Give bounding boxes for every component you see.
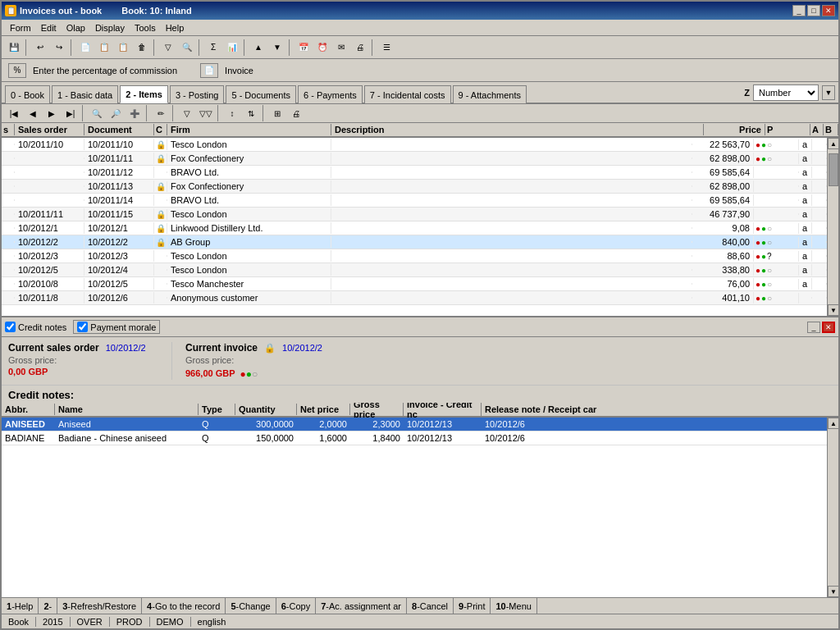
key-6[interactable]: 6-Copy — [276, 598, 316, 614]
tb-chart[interactable]: 📊 — [223, 39, 241, 57]
tab-6-payments[interactable]: 6 - Payments — [298, 85, 363, 103]
tb-clock[interactable]: ⏰ — [313, 39, 331, 57]
maximize-button[interactable]: □ — [807, 5, 820, 16]
tb-calendar[interactable]: 📅 — [294, 39, 313, 57]
close-button[interactable]: ✕ — [822, 5, 835, 16]
tab-2-items[interactable]: 2 - Items — [120, 85, 168, 103]
nav-edit[interactable]: ✏ — [152, 104, 170, 122]
table-row[interactable]: 10/2012/1 10/2012/1 🔒 Linkwood Distiller… — [2, 221, 827, 235]
nav-print[interactable]: 🖨 — [287, 104, 305, 122]
nav-last[interactable]: ▶| — [62, 104, 80, 122]
tab-9-attachments[interactable]: 9 - Attachments — [453, 85, 527, 103]
tb-print[interactable]: 🖨 — [351, 39, 369, 57]
check-tabs-left: Credit notes Payment morale — [5, 320, 160, 334]
key-10[interactable]: 10-Menu — [491, 598, 536, 614]
table-row[interactable]: 10/2011/12 BRAVO Ltd. 69 585,64 a — [2, 166, 827, 180]
key-1[interactable]: 1-Help — [2, 598, 39, 614]
nav-find2[interactable]: 🔎 — [107, 104, 125, 122]
key-5[interactable]: 5-Change — [226, 598, 276, 614]
minimize-button[interactable]: _ — [792, 5, 806, 16]
table-row[interactable]: 10/2010/8 10/2012/5 Tesco Manchester 76,… — [2, 277, 827, 291]
sales-order-value: 10/2012/2 — [106, 343, 146, 353]
tb-sum[interactable]: Σ — [204, 39, 222, 57]
nav-add[interactable]: ➕ — [126, 104, 144, 122]
tab-0-book[interactable]: 0 - Book — [5, 85, 50, 103]
main-window: 📋 Invoices out - book Book: 10: Inland _… — [0, 0, 840, 630]
nav-sort2[interactable]: ⇅ — [242, 104, 260, 122]
nav-filter2[interactable]: ▽▽ — [197, 104, 215, 122]
tb-filter[interactable]: ▽ — [159, 39, 177, 57]
panel-minimize-btn[interactable]: _ — [807, 322, 820, 333]
col-price: Price — [704, 124, 765, 135]
tb-new[interactable]: 📄 — [76, 39, 94, 57]
tb-delete[interactable]: 🗑 — [133, 39, 151, 57]
nav-prev[interactable]: ◀ — [24, 104, 42, 122]
key-2[interactable]: 2- — [39, 598, 57, 614]
key-9[interactable]: 9-Print — [454, 598, 491, 614]
book-title: Book: 10: Inland — [121, 6, 192, 16]
commission-button[interactable]: % — [8, 63, 26, 78]
credit-scroll-up[interactable]: ▲ — [828, 418, 838, 429]
tb-copy[interactable]: 📋 — [95, 39, 113, 57]
tb-down[interactable]: ▼ — [268, 39, 286, 57]
credit-notes-checkbox[interactable] — [5, 322, 16, 332]
table-row[interactable]: 10/2012/3 10/2012/3 Tesco London 88,60 ●… — [2, 249, 827, 263]
scroll-thumb[interactable] — [829, 153, 838, 186]
table-row[interactable]: 10/2011/13 🔒 Fox Confectionery 62 898,00… — [2, 180, 827, 194]
table-row[interactable]: 10/2012/2 10/2012/2 🔒 AB Group 840,00 ●●… — [2, 235, 827, 249]
menu-display[interactable]: Display — [90, 21, 130, 34]
tab-1-basic-data[interactable]: 1 - Basic data — [52, 85, 118, 103]
nav-first[interactable]: |◀ — [5, 104, 23, 122]
menu-edit[interactable]: Edit — [36, 21, 62, 34]
app-icon: 📋 — [5, 5, 16, 16]
key-7[interactable]: 7-Ac. assignment ar — [316, 598, 407, 614]
tb-mail[interactable]: ✉ — [332, 39, 350, 57]
invoice-button[interactable]: 📄 — [200, 63, 218, 78]
tb-undo[interactable]: ↩ — [31, 39, 49, 57]
nav-next[interactable]: ▶ — [43, 104, 61, 122]
table-row[interactable]: 10/2011/14 BRAVO Ltd. 69 585,64 a — [2, 194, 827, 208]
key-3[interactable]: 3-Refresh/Restore — [57, 598, 142, 614]
tb-up[interactable]: ▲ — [249, 39, 267, 57]
sort-controls: Z Number Date Firm ▼ — [744, 84, 835, 103]
nav-cols[interactable]: ⊞ — [268, 104, 286, 122]
table-row[interactable]: 10/2012/5 10/2012/4 Tesco London 338,80 … — [2, 263, 827, 277]
main-scrollbar[interactable]: ▲ ▼ — [827, 138, 838, 316]
credit-notes-section-title: Credit notes: — [2, 386, 838, 403]
menu-tools[interactable]: Tools — [130, 21, 161, 34]
payment-morale-tab[interactable]: Payment morale — [73, 320, 160, 334]
menu-help[interactable]: Help — [161, 21, 189, 34]
nav-sort[interactable]: ↕ — [223, 104, 241, 122]
scroll-up-btn[interactable]: ▲ — [828, 138, 838, 149]
scroll-down-btn[interactable]: ▼ — [828, 304, 838, 316]
credit-scrollbar[interactable]: ▲ ▼ — [827, 418, 838, 597]
panel-close-btn[interactable]: ✕ — [822, 322, 835, 333]
menu-form[interactable]: Form — [5, 21, 36, 34]
tb-paste[interactable]: 📋 — [114, 39, 132, 57]
tab-5-documents[interactable]: 5 - Documents — [226, 85, 296, 103]
nav-filter[interactable]: ▽ — [178, 104, 196, 122]
table-row[interactable]: 10/2011/11 🔒 Fox Confectionery 62 898,00… — [2, 152, 827, 166]
tb-redo[interactable]: ↪ — [50, 39, 68, 57]
credit-notes-tab[interactable]: Credit notes — [5, 322, 66, 332]
tb-save[interactable]: 💾 — [5, 39, 23, 57]
tab-3-posting[interactable]: 3 - Posting — [170, 85, 225, 103]
credit-table-row[interactable]: ANISEED Aniseed Q 300,0000 2,0000 2,3000… — [2, 418, 827, 431]
sort-dropdown-btn[interactable]: ▼ — [822, 85, 835, 100]
table-row[interactable]: 10/2011/11 10/2011/15 🔒 Tesco London 46 … — [2, 208, 827, 221]
table-row[interactable]: 10/2011/10 10/2011/10 🔒 Tesco London 22 … — [2, 138, 827, 152]
sep5 — [244, 39, 247, 56]
tb-list[interactable]: ☰ — [377, 39, 395, 57]
credit-scroll-down[interactable]: ▼ — [828, 586, 838, 597]
tab-7-incidental[interactable]: 7 - Incidental costs — [364, 85, 451, 103]
credit-table-row[interactable]: BADIANE Badiane - Chinese aniseed Q 150,… — [2, 431, 827, 445]
tb-find[interactable]: 🔍 — [178, 39, 196, 57]
sales-order-title: Current sales order — [8, 342, 99, 354]
payment-morale-checkbox[interactable] — [77, 322, 88, 332]
sort-select[interactable]: Number Date Firm — [753, 84, 819, 101]
key-4[interactable]: 4-Go to the record — [142, 598, 226, 614]
nav-find[interactable]: 🔍 — [88, 104, 106, 122]
menu-olap[interactable]: Olap — [62, 21, 90, 34]
table-row[interactable]: 10/2011/8 10/2012/6 Anonymous customer 4… — [2, 291, 827, 305]
key-8[interactable]: 8-Cancel — [407, 598, 454, 614]
